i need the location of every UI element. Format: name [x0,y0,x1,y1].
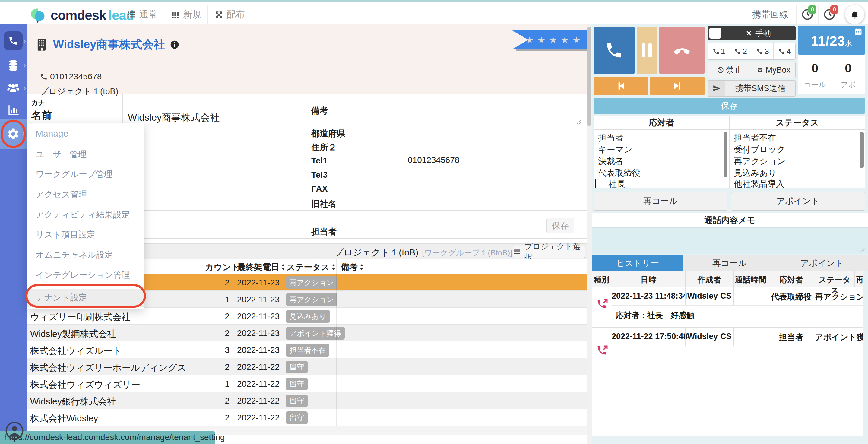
red-count-badge: 0 [830,5,838,13]
app-logo[interactable]: comdesklead [30,7,134,24]
company-phone-number: 01012345678 [50,72,102,82]
calendar-date-box[interactable]: 11/23水 [798,26,865,55]
respondent-option[interactable]: 担当者 [598,132,623,144]
tab-recall[interactable]: 再コール [683,255,776,272]
table-row[interactable]: 株式会社Widsley22022-11-22留守 [27,409,587,426]
status-badge: アポイント獲得 [286,327,345,340]
history-col-respondent: 応対者 [768,275,815,285]
status-option[interactable]: 担当者不在 [734,132,776,144]
call-button[interactable] [593,27,634,74]
call-memo-textarea[interactable] [592,227,868,254]
manual-mode-toggle[interactable]: 手動 [708,26,796,40]
table-row[interactable]: ウィズリー印刷株式会社22022-11-23見込みあり [27,308,587,324]
nav-item-distribute[interactable]: 配布 [208,5,251,25]
nav-item-new[interactable]: 新規 [164,5,208,25]
skip-next-button[interactable] [650,76,705,95]
header-nav: 通常 新規 配布 [120,5,251,25]
project-title: プロジェクト１(toB) [334,247,418,259]
outgoing-call-icon [596,344,609,357]
text-cursor [595,179,596,188]
company-header [27,25,587,94]
line-4-button[interactable]: 4 [773,43,795,59]
menu-item-access-management[interactable]: アクセス管理 [27,187,144,202]
account-icon[interactable] [5,421,24,440]
menu-item-omnichannel-settings[interactable]: オムニチャネル設定 [27,247,144,262]
history-col-play: 再生 [856,275,863,285]
tab-group: 再コール アポイント [683,255,868,272]
status-option[interactable]: 受付ブロック [734,144,785,155]
panel-edge-strip [863,272,868,440]
line-2-button[interactable]: 2 [730,43,752,59]
database-icon [7,59,20,72]
menu-item-list-item-settings[interactable]: リスト項目設定 [27,227,144,242]
prohibition-icon [717,66,724,73]
respondent-option[interactable]: キーマン [598,144,632,155]
table-row[interactable]: 株式会社ウィズリーホールディングス22022-11-22留守 [27,358,587,375]
status-badge: 再アクション [286,276,338,289]
tel1-field-label: Tel1 [311,156,328,166]
resize-grip-icon[interactable] [858,245,866,253]
timer-red-button[interactable]: 0 [818,5,840,24]
tab-appointment[interactable]: アポイント [776,255,868,272]
table-row[interactable]: 株式会社ウィズルート32022-11-23担当者不在 [27,342,587,358]
history-table: 種別 日時 作成者 通話時間 応対者 ステータス 再生 2022-11-23 1… [592,272,863,436]
line-1-button[interactable]: 1 [708,43,730,59]
nav-label: 通常 [140,8,157,21]
phone-line-label[interactable]: 携帯回線 [744,8,796,21]
tab-history[interactable]: ヒストリー [592,255,683,272]
history-col-duration: 通話時間 [734,275,768,285]
people-icon [6,81,20,95]
table-row[interactable]: 株式会社ウィズウィズリー12022-11-22留守 [27,375,587,392]
divider [729,116,730,188]
company-name-link[interactable]: Widsley商事株式会社 [53,37,165,52]
status-scrollbar-thumb[interactable] [860,131,864,168]
notifications-button[interactable] [845,5,864,24]
status-badge: 留守 [286,394,308,407]
history-col-datetime: 日時 [612,275,685,285]
memo-field-label: 備考 [311,105,328,117]
menu-item-integration-management[interactable]: インテグレーション管理 [27,267,144,283]
line-3-button[interactable]: 3 [752,43,774,59]
sidebar-item-call[interactable] [4,31,23,50]
table-row[interactable]: Widsley製鋼株式会社22022-11-23アポイント獲得 [27,324,587,342]
ban-button[interactable]: 禁止 [708,62,752,77]
info-icon[interactable] [170,40,180,50]
menu-item-user-management[interactable]: ユーザー管理 [27,147,144,162]
sidebar-item-lists[interactable] [7,59,20,72]
table-row[interactable]: Widsley銀行株式会社22022-11-22留守 [27,392,587,409]
skip-previous-button[interactable] [593,76,648,95]
appointment-button[interactable]: アポイント [731,192,865,211]
recall-button[interactable]: 再コール [593,192,727,211]
tel1-field-value[interactable]: 01012345678 [408,155,459,165]
toggle-knob [709,28,721,39]
status-column-header: ステータス [730,116,865,130]
respondent-option[interactable]: 代表取締役 [598,167,640,179]
status-option[interactable]: 見込みあり [734,167,777,179]
name-field-value[interactable]: Widsley商事株式会社 [128,111,220,124]
respondent-option[interactable]: 決裁者 [598,156,623,167]
phone-icon [712,47,720,55]
form-save-button[interactable]: 保存 [547,218,574,233]
pause-button[interactable] [637,27,657,74]
respondent-option[interactable]: 社長 [608,178,625,190]
respondent-column-header: 応対者 [594,116,729,130]
hangup-button[interactable] [659,27,705,74]
sms-send-button[interactable]: 携帯SMS送信 [708,80,796,97]
project-select-button[interactable]: プロジェクト選択 [513,246,585,258]
column-header-last-call-date[interactable]: 最終架電日 [237,261,286,273]
mybox-button[interactable]: MyBox [752,62,796,77]
main-scrollbar-thumb[interactable] [587,27,591,126]
timer-green-button[interactable]: 0 [797,5,818,24]
sidebar-item-analytics[interactable] [7,104,20,117]
nav-item-normal[interactable]: 通常 [120,5,164,25]
sidebar-item-users[interactable] [6,81,20,95]
panel-save-button[interactable]: 保存 [593,98,865,114]
status-option[interactable]: 再アクション [734,156,785,167]
menu-item-activity-result-settings[interactable]: アクティビティ結果設定 [27,207,144,222]
menu-item-workgroup-management[interactable]: ワークグループ管理 [27,167,144,182]
status-option[interactable]: 他社製品導入 [734,178,784,190]
resize-grip-icon[interactable] [574,117,582,125]
column-header-memo[interactable]: 備考 [341,261,364,273]
column-header-status[interactable]: ステータス [286,261,336,273]
respondent-scrollbar-thumb[interactable] [723,131,727,177]
